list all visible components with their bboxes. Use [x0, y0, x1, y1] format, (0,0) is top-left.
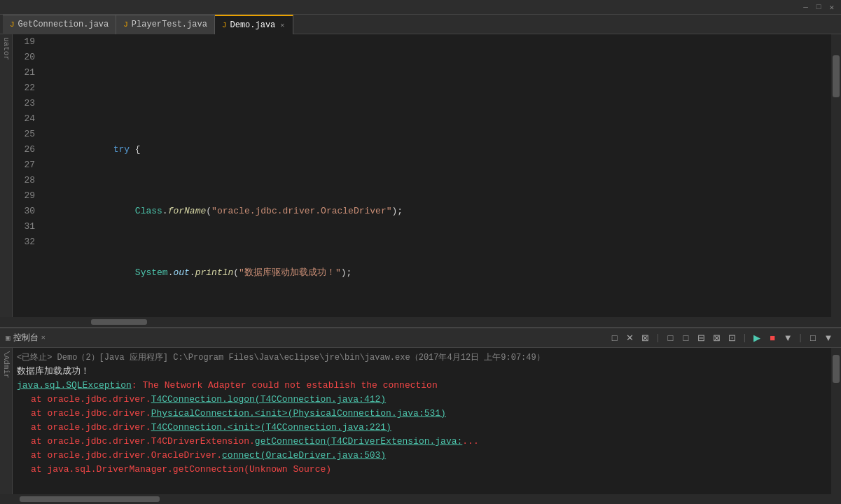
- console-title-area: ▣ 控制台 ✕: [6, 332, 46, 344]
- line-25: 25: [13, 127, 41, 142]
- left-panel-evaluator: uator: [0, 34, 12, 63]
- console-run-btn[interactable]: ▶: [750, 330, 764, 344]
- console-terminated-line: <已终止> Demo（2）[Java 应用程序] C:\Program File…: [17, 351, 827, 365]
- tab-label: GetConnection.java: [18, 20, 109, 29]
- line-23: 23: [13, 96, 41, 111]
- console-btn-3[interactable]: ⊟: [694, 330, 708, 344]
- line-numbers: 19 20 21 22 23 24 25 26 27 28 29 30 31 3…: [13, 34, 41, 317]
- tab-label-3: Demo.java: [230, 20, 275, 30]
- java-file-icon-2: J: [123, 20, 128, 29]
- line-28: 28: [13, 173, 41, 188]
- vertical-scrollbar[interactable]: [831, 34, 841, 317]
- line-29: 29: [13, 188, 41, 204]
- scrollbar-thumb-h[interactable]: [91, 319, 147, 325]
- console-toolbar: □ ✕ ⊠ | □ □ ⊟ ⊠ ⊡ | ▶ ■ ▼ | □ ▼: [608, 330, 835, 344]
- console-btn-1[interactable]: □: [663, 330, 677, 344]
- console-scrollbar-h[interactable]: [0, 494, 841, 504]
- stack-line-6: at java.sql.DriverManager.getConnection(…: [17, 463, 827, 477]
- console-header: ▣ 控制台 ✕ □ ✕ ⊠ | □ □ ⊟ ⊠ ⊡ | ▶ ■ ▼ | □: [0, 328, 841, 348]
- console-btn-5[interactable]: ⊡: [725, 330, 739, 344]
- code-line-22: System.out.println("数据库驱动加载成功！");: [48, 265, 831, 281]
- line-20: 20: [13, 50, 41, 65]
- console-error-main-line: java.sql.SQLException: The Network Adapt…: [17, 379, 827, 393]
- console-scrollbar-v[interactable]: [831, 348, 841, 494]
- java-file-icon-3: J: [222, 21, 227, 29]
- line-22: 22: [13, 80, 41, 96]
- console-btn-terminate[interactable]: ✕: [623, 330, 637, 344]
- stack-line-1: at oracle.jdbc.driver.T4CConnection.logo…: [17, 393, 827, 407]
- tab-bar: J GetConnection.java J PlayerTest.java J…: [0, 15, 841, 34]
- window-controls: — □ ✕: [0, 0, 841, 15]
- tab-close-icon[interactable]: ✕: [279, 20, 286, 30]
- console-dropdown-btn[interactable]: ▼: [781, 330, 795, 344]
- separator-1: |: [655, 332, 661, 343]
- left-panel-admin: \Admir: [0, 348, 12, 382]
- physicalconnection-link[interactable]: PhysicalConnection.<init>(PhysicalConnec…: [151, 408, 446, 419]
- console-scrollbar-h-thumb[interactable]: [20, 496, 160, 502]
- exception-message: : The Network Adapter could not establis…: [132, 380, 438, 391]
- code-editor[interactable]: try { Class.forName("oracle.jdbc.driver.…: [41, 34, 831, 317]
- editor-area: uator 19 20 21 22 23 24 25 26 27 28 29 3…: [0, 34, 841, 317]
- t4cdriverextension-link[interactable]: getConnection(T4CDriverExtension.java:: [255, 436, 462, 447]
- console-scrollbar-thumb[interactable]: [833, 355, 840, 383]
- line-27: 27: [13, 158, 41, 173]
- line-24: 24: [13, 111, 41, 127]
- tab-get-connection[interactable]: J GetConnection.java: [3, 15, 116, 34]
- tab-label-2: PlayerTest.java: [132, 20, 207, 29]
- console-nav-btn[interactable]: □: [806, 330, 820, 344]
- code-line-21: Class.forName("oracle.jdbc.driver.Oracle…: [48, 204, 831, 219]
- console-panel: ▣ 控制台 ✕ □ ✕ ⊠ | □ □ ⊟ ⊠ ⊡ | ▶ ■ ▼ | □: [0, 327, 841, 504]
- code-line-19: [48, 80, 831, 96]
- close-button[interactable]: ✕: [826, 3, 837, 12]
- exception-class-link[interactable]: java.sql.SQLException: [17, 380, 132, 391]
- code-line-20: try {: [48, 142, 831, 158]
- t4cconnection-link-2[interactable]: T4CConnection.<init>(T4CConnection.java:…: [151, 422, 391, 433]
- console-title-label: 控制台: [13, 332, 39, 344]
- horizontal-scrollbar[interactable]: [0, 317, 841, 326]
- stack-line-5: at oracle.jdbc.driver.OracleDriver.conne…: [17, 449, 827, 463]
- line-21: 21: [13, 65, 41, 80]
- tab-player-test[interactable]: J PlayerTest.java: [116, 15, 215, 34]
- separator-2: |: [742, 332, 747, 343]
- console-tab-close[interactable]: ✕: [41, 333, 46, 342]
- minimize-button[interactable]: —: [800, 3, 811, 11]
- t4cconnection-link-1[interactable]: T4CConnection.logon(T4CConnection.java:4…: [151, 394, 386, 405]
- stack-line-2: at oracle.jdbc.driver.PhysicalConnection…: [17, 407, 827, 421]
- console-btn-2[interactable]: □: [679, 330, 693, 344]
- oracledriver-link[interactable]: connect(OracleDriver.java:503): [222, 450, 386, 461]
- console-stop-btn[interactable]: ■: [765, 330, 779, 344]
- console-output: <已终止> Demo（2）[Java 应用程序] C:\Program File…: [13, 348, 831, 494]
- console-btn-4[interactable]: ⊠: [709, 330, 723, 344]
- line-19: 19: [13, 34, 41, 50]
- console-btn-clear[interactable]: □: [608, 330, 622, 344]
- maximize-button[interactable]: □: [814, 3, 824, 11]
- line-26: 26: [13, 142, 41, 158]
- console-icon: ▣: [6, 333, 11, 342]
- console-nav-dropdown[interactable]: ▼: [821, 330, 835, 344]
- tab-demo[interactable]: J Demo.java ✕: [215, 15, 293, 34]
- console-btn-remove[interactable]: ⊠: [639, 330, 653, 344]
- try-keyword: try: [113, 142, 130, 158]
- scrollbar-thumb-v[interactable]: [833, 55, 840, 97]
- stack-line-3: at oracle.jdbc.driver.T4CConnection.<ini…: [17, 421, 827, 435]
- console-output-line1: 数据库加载成功！: [17, 365, 827, 379]
- separator-3: |: [798, 332, 803, 343]
- line-31: 31: [13, 219, 41, 234]
- java-file-icon: J: [10, 20, 15, 29]
- stack-line-4: at oracle.jdbc.driver.T4CDriverExtension…: [17, 435, 827, 449]
- line-32: 32: [13, 234, 41, 250]
- line-30: 30: [13, 204, 41, 219]
